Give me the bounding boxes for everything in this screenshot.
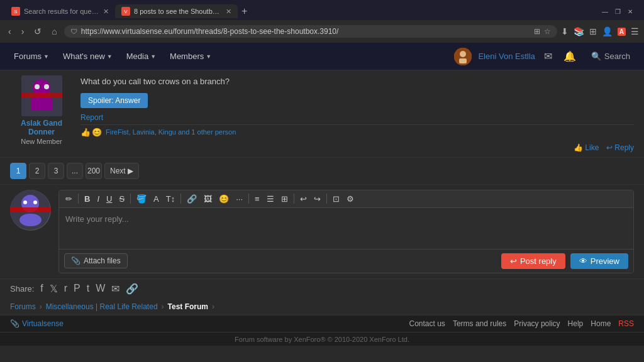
page-200-button[interactable]: 200 bbox=[86, 163, 102, 179]
share-whatsapp[interactable]: W bbox=[96, 283, 105, 294]
download-icon[interactable]: ⬇ bbox=[561, 26, 569, 36]
svg-rect-5 bbox=[31, 98, 53, 111]
tab-1[interactable]: S Search results for query: space... ✕ bbox=[5, 4, 115, 18]
address-text: https://www.virtualsense.eu/forum/thread… bbox=[81, 27, 530, 36]
user-avatar[interactable] bbox=[454, 48, 472, 65]
tool-color[interactable]: 🪣 bbox=[134, 193, 149, 205]
toolbar-sep-6 bbox=[326, 194, 327, 204]
share-link[interactable]: 🔗 bbox=[126, 283, 138, 295]
tool-settings[interactable]: ⚙ bbox=[344, 193, 357, 205]
toolbar-sep-4 bbox=[248, 194, 249, 204]
page-2-button[interactable]: 2 bbox=[29, 163, 45, 179]
reply-button[interactable]: ↩ Reply bbox=[606, 143, 634, 152]
spoiler-button[interactable]: Spoiler: Answer bbox=[80, 93, 148, 108]
history-icon[interactable]: 📚 bbox=[574, 26, 584, 36]
page-1-button[interactable]: 1 bbox=[10, 163, 26, 179]
tool-more[interactable]: ··· bbox=[233, 193, 245, 205]
share-facebook[interactable]: f bbox=[40, 283, 43, 294]
footer-home[interactable]: Home bbox=[591, 319, 611, 328]
share-twitter[interactable]: 𝕏 bbox=[50, 283, 58, 295]
reaction-row: 👍 😊 FireFist, Lavinia, Kingu and 1 other… bbox=[80, 124, 634, 140]
home-button[interactable]: ⌂ bbox=[48, 25, 60, 38]
tool-list[interactable]: ☰ bbox=[264, 193, 277, 205]
tool-font[interactable]: A bbox=[151, 193, 162, 205]
forward-button[interactable]: › bbox=[18, 25, 28, 38]
tool-italic[interactable]: I bbox=[94, 193, 102, 205]
back-button[interactable]: ‹ bbox=[5, 25, 14, 38]
address-bar[interactable]: 🛡 https://www.virtualsense.eu/forum/thre… bbox=[64, 25, 557, 38]
editor-area[interactable]: Write your reply... bbox=[59, 208, 633, 249]
share-label: Share: bbox=[10, 284, 34, 293]
tool-insert[interactable]: ⊡ bbox=[330, 193, 342, 205]
toolbar-sep-5 bbox=[294, 194, 294, 204]
breadcrumb-forums[interactable]: Forums bbox=[10, 302, 36, 311]
tool-underline[interactable]: U bbox=[104, 193, 114, 205]
close-button[interactable]: ✕ bbox=[626, 8, 634, 15]
sync-icon[interactable]: ⊞ bbox=[589, 26, 597, 36]
next-page-button[interactable]: Next ▶ bbox=[104, 163, 139, 179]
post-actions: 👍 Like ↩ Reply bbox=[80, 143, 634, 152]
rss-icon[interactable]: RSS bbox=[618, 319, 634, 328]
reload-button[interactable]: ↺ bbox=[31, 25, 45, 38]
footer-brand[interactable]: 📎 Virtualsense bbox=[10, 319, 64, 328]
minimize-button[interactable]: — bbox=[601, 8, 609, 15]
reader-icon[interactable]: ⊞ bbox=[534, 27, 540, 36]
attach-files-button[interactable]: 📎 Attach files bbox=[64, 253, 128, 268]
tool-redo[interactable]: ↪ bbox=[311, 193, 323, 205]
share-tumblr[interactable]: t bbox=[87, 283, 89, 294]
footer-contact[interactable]: Contact us bbox=[409, 319, 445, 328]
tab-close-2[interactable]: ✕ bbox=[226, 8, 231, 16]
tool-align[interactable]: ≡ bbox=[252, 193, 262, 205]
tool-bold[interactable]: B bbox=[82, 193, 92, 205]
footer-privacy[interactable]: Privacy policy bbox=[514, 319, 560, 328]
tool-undo[interactable]: ↩ bbox=[297, 193, 309, 205]
tool-link[interactable]: 🔗 bbox=[184, 193, 199, 205]
page-3-button[interactable]: 3 bbox=[48, 163, 64, 179]
tool-emoji[interactable]: 😊 bbox=[216, 193, 231, 205]
author-name[interactable]: Aslak Gand Donner bbox=[10, 119, 73, 136]
editor-footer: 📎 Attach files ↩ Post reply 👁 Preview bbox=[59, 249, 633, 273]
share-reddit[interactable]: r bbox=[64, 283, 67, 294]
share-email[interactable]: ✉ bbox=[111, 283, 119, 295]
mail-icon[interactable]: ✉ bbox=[541, 50, 555, 62]
post-reply-button[interactable]: ↩ Post reply bbox=[501, 253, 565, 269]
new-tab-button[interactable]: + bbox=[238, 6, 251, 17]
menu-icon[interactable]: ☰ bbox=[631, 26, 639, 36]
bell-icon[interactable]: 🔔 bbox=[561, 50, 579, 62]
search-button[interactable]: 🔍 Search bbox=[585, 48, 636, 64]
nav-whats-new[interactable]: What's new ▼ bbox=[57, 47, 119, 66]
tab-close-1[interactable]: ✕ bbox=[103, 8, 109, 16]
account-icon[interactable]: 👤 bbox=[602, 26, 613, 36]
breadcrumb-miscellaneous[interactable]: Miscellaneous | Real Life Related bbox=[46, 302, 158, 311]
report-link[interactable]: Report bbox=[80, 113, 634, 122]
preview-button[interactable]: 👁 Preview bbox=[570, 253, 628, 269]
nav-media[interactable]: Media ▼ bbox=[120, 47, 162, 66]
tool-image[interactable]: 🖼 bbox=[201, 193, 214, 205]
share-pinterest[interactable]: P bbox=[74, 283, 80, 294]
nav-members[interactable]: Members ▼ bbox=[164, 47, 218, 66]
reaction-text[interactable]: FireFist, Lavinia, Kingu and 1 other per… bbox=[106, 128, 236, 136]
svg-point-8 bbox=[44, 84, 49, 89]
maximize-button[interactable]: ❐ bbox=[614, 8, 621, 15]
toolbar-sep-2 bbox=[130, 194, 131, 204]
footer-terms[interactable]: Terms and rules bbox=[453, 319, 506, 328]
tab-label-2: 8 posts to see the Shoutbox... bbox=[134, 8, 222, 15]
svg-rect-12 bbox=[10, 207, 51, 212]
tool-size[interactable]: T↕ bbox=[164, 193, 177, 205]
svg-rect-6 bbox=[21, 93, 62, 98]
username-label[interactable]: Eleni Von Estlla bbox=[478, 52, 535, 61]
bookmark-icon[interactable]: ☆ bbox=[544, 27, 551, 36]
nav-forums[interactable]: Forums ▼ bbox=[8, 47, 55, 66]
nav-whats-new-arrow: ▼ bbox=[107, 53, 113, 60]
svg-point-14 bbox=[33, 200, 37, 204]
footer-bottom: 📎 Virtualsense Contact us Terms and rule… bbox=[0, 315, 644, 332]
tab-2[interactable]: V 8 posts to see the Shoutbox... ✕ bbox=[115, 4, 238, 18]
like-button[interactable]: 👍 Like bbox=[574, 143, 599, 152]
editor-placeholder: Write your reply... bbox=[65, 214, 129, 224]
tool-table[interactable]: ⊞ bbox=[279, 193, 291, 205]
tool-strikethrough[interactable]: S bbox=[116, 193, 127, 205]
post-text: What do you call two crows on a branch? bbox=[80, 75, 634, 88]
reaction-emojis: 👍 😊 bbox=[80, 128, 102, 137]
tool-erase[interactable]: ✏ bbox=[63, 193, 75, 205]
footer-help[interactable]: Help bbox=[568, 319, 584, 328]
